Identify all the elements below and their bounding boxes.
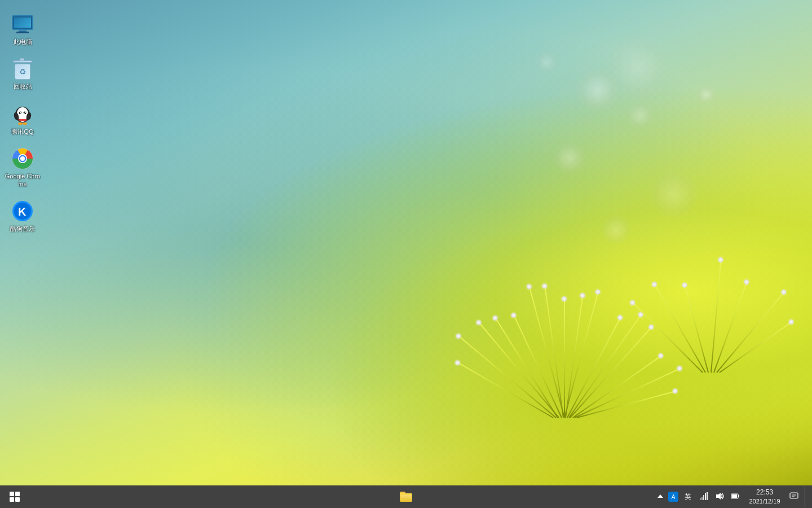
- svg-rect-29: [732, 494, 737, 498]
- desktop-icon-label: Google Chrome: [5, 172, 41, 189]
- svg-rect-30: [790, 493, 798, 498]
- taskbar-pinned-apps: [396, 487, 416, 507]
- svg-marker-20: [657, 494, 663, 498]
- svg-rect-21: [700, 498, 701, 500]
- qq-icon: [11, 103, 34, 125]
- desktop-icon-my-computer[interactable]: 此电脑: [2, 8, 44, 50]
- desktop-icon-recycle-bin[interactable]: ♻ 回收站: [2, 53, 44, 95]
- tray-overflow-button[interactable]: [656, 491, 665, 502]
- svg-rect-12: [19, 119, 27, 121]
- notification-center-icon[interactable]: [788, 491, 800, 503]
- bokeh-decoration: [603, 34, 671, 102]
- network-icon[interactable]: [698, 491, 710, 503]
- show-desktop-button[interactable]: [805, 487, 807, 507]
- taskbar-file-explorer[interactable]: [396, 487, 416, 507]
- svg-text:K: K: [18, 205, 27, 218]
- ime-label: A: [672, 494, 676, 500]
- svg-rect-23: [703, 495, 704, 500]
- taskbar-system-tray: A 英: [656, 487, 807, 507]
- taskbar-left: [5, 487, 25, 507]
- bokeh-decoration: [601, 214, 632, 246]
- desktop-icon-kugou-music[interactable]: K 酷狗音乐: [2, 195, 44, 237]
- taskbar: A 英: [0, 485, 812, 508]
- bokeh-decoration: [696, 85, 716, 104]
- language-indicator[interactable]: 英: [682, 490, 694, 504]
- chrome-icon: [11, 147, 34, 170]
- language-label: 英: [685, 493, 691, 501]
- svg-point-11: [23, 122, 27, 125]
- desktop-icon-label: 此电脑: [14, 38, 32, 46]
- svg-rect-22: [701, 497, 703, 500]
- bokeh-decoration: [536, 51, 558, 73]
- desktop-icon-label: 酷狗音乐: [10, 225, 35, 233]
- recycle-bin-icon: ♻: [11, 58, 34, 80]
- start-button[interactable]: [5, 487, 25, 507]
- flower-decoration-2: [654, 231, 767, 373]
- desktop: 此电脑 ♻ 回收站: [0, 0, 812, 485]
- sound-icon[interactable]: [713, 491, 726, 503]
- clock-display[interactable]: 22:53 2021/12/19: [745, 487, 784, 507]
- bokeh-decoration: [648, 169, 699, 220]
- svg-point-5: [25, 112, 26, 113]
- svg-rect-25: [707, 492, 708, 500]
- battery-icon[interactable]: [729, 491, 742, 503]
- desktop-icon-label: 腾讯QQ: [11, 128, 33, 135]
- desktop-icon-label: 回收站: [14, 82, 32, 90]
- desktop-icon-google-chrome[interactable]: Google Chrome: [2, 143, 44, 193]
- folder-icon: [400, 492, 412, 502]
- clock-date: 2021/12/19: [749, 497, 780, 506]
- svg-point-4: [20, 112, 21, 113]
- ime-icon[interactable]: A: [668, 492, 678, 502]
- monitor-icon: [11, 13, 34, 36]
- bokeh-decoration: [553, 141, 586, 175]
- svg-marker-26: [716, 493, 721, 500]
- svg-point-16: [20, 156, 25, 161]
- flower-decoration: [485, 260, 654, 418]
- bokeh-decoration: [626, 102, 654, 130]
- svg-point-10: [18, 122, 23, 125]
- desktop-icons-area: 此电脑 ♻ 回收站: [0, 6, 45, 240]
- windows-logo-icon: [10, 492, 20, 502]
- svg-rect-28: [738, 495, 739, 497]
- desktop-icon-tencent-qq[interactable]: 腾讯QQ: [2, 98, 44, 140]
- clock-time: 22:53: [756, 488, 773, 497]
- kugou-icon: K: [11, 200, 34, 222]
- svg-rect-24: [705, 493, 706, 500]
